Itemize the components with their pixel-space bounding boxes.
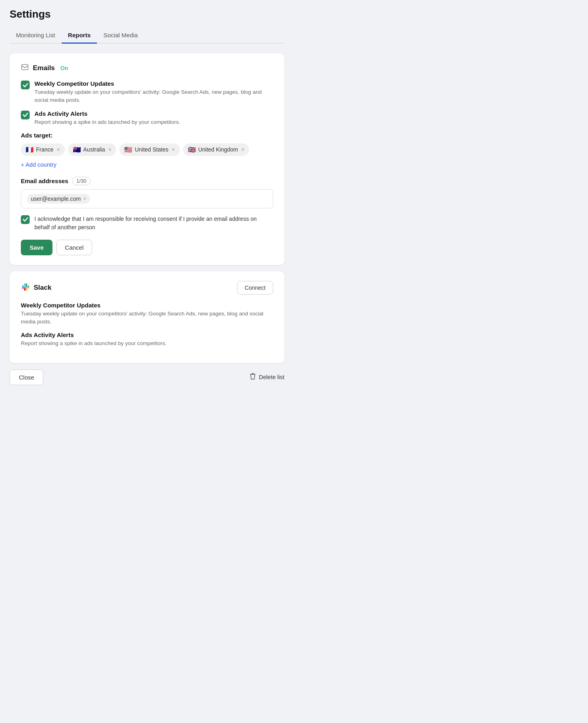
slack-card: Slack Connect Weekly Competitor Updates … bbox=[10, 271, 284, 363]
svg-rect-0 bbox=[22, 65, 28, 70]
email-addresses-header: Email addresses 1/30 bbox=[21, 177, 273, 185]
email-icon bbox=[21, 63, 29, 73]
us-label: United States bbox=[135, 146, 168, 153]
slack-title-group: Slack bbox=[21, 282, 51, 293]
country-tags-list: 🇫🇷 France × 🇦🇺 Australia × 🇺🇸 United Sta… bbox=[21, 143, 273, 156]
cancel-button[interactable]: Cancel bbox=[56, 240, 92, 255]
close-button[interactable]: Close bbox=[10, 370, 43, 385]
country-tag-australia: 🇦🇺 Australia × bbox=[68, 143, 117, 156]
action-buttons: Save Cancel bbox=[21, 240, 273, 255]
weekly-update-label: Weekly Competitor Updates Tuesday weekly… bbox=[34, 80, 273, 105]
remove-us-button[interactable]: × bbox=[171, 147, 175, 152]
slack-icon bbox=[21, 282, 30, 293]
emails-title: Emails bbox=[33, 64, 55, 72]
emails-section-header: Emails On bbox=[21, 63, 273, 73]
consent-checkbox[interactable] bbox=[21, 215, 30, 224]
delete-list-label: Delete list bbox=[259, 374, 284, 380]
email-addresses-label: Email addresses bbox=[21, 178, 68, 184]
emails-status: On bbox=[60, 65, 68, 71]
consent-row: I acknowledge that I am responsible for … bbox=[21, 215, 273, 232]
emails-card: Emails On Weekly Competitor Updates Tues… bbox=[10, 53, 284, 265]
page-title: Settings bbox=[10, 8, 284, 20]
country-tag-france: 🇫🇷 France × bbox=[21, 143, 65, 156]
save-button[interactable]: Save bbox=[21, 240, 52, 255]
country-tag-united-states: 🇺🇸 United States × bbox=[119, 143, 179, 156]
tabs-nav: Monitoring List Reports Social Media bbox=[10, 28, 284, 44]
email-tag-value: user@example.com bbox=[31, 196, 81, 202]
email-tag-user: user@example.com × bbox=[27, 194, 90, 204]
tab-monitoring-list[interactable]: Monitoring List bbox=[10, 28, 62, 44]
consent-text: I acknowledge that I am responsible for … bbox=[34, 215, 273, 232]
slack-header: Slack Connect bbox=[21, 281, 273, 295]
us-flag: 🇺🇸 bbox=[124, 146, 132, 153]
slack-ads-alerts: Ads Activity Alerts Report showing a spi… bbox=[21, 331, 273, 347]
slack-title: Slack bbox=[34, 284, 51, 292]
tab-social-media[interactable]: Social Media bbox=[97, 28, 144, 44]
remove-uk-button[interactable]: × bbox=[241, 147, 244, 152]
australia-flag: 🇦🇺 bbox=[73, 146, 81, 153]
country-tag-united-kingdom: 🇬🇧 United Kingdom × bbox=[183, 143, 250, 156]
tab-reports[interactable]: Reports bbox=[62, 28, 97, 44]
email-count-badge: 1/30 bbox=[72, 177, 90, 185]
slack-weekly-update: Weekly Competitor Updates Tuesday weekly… bbox=[21, 302, 273, 326]
remove-australia-button[interactable]: × bbox=[108, 147, 111, 152]
uk-label: United Kingdom bbox=[198, 146, 238, 153]
email-input-box[interactable]: user@example.com × bbox=[21, 189, 273, 208]
remove-email-button[interactable]: × bbox=[83, 196, 87, 202]
slack-connect-button[interactable]: Connect bbox=[237, 281, 273, 295]
add-country-button[interactable]: + Add country bbox=[21, 161, 56, 169]
ads-target-label: Ads target: bbox=[21, 132, 273, 139]
australia-label: Australia bbox=[83, 146, 105, 153]
trash-icon bbox=[250, 373, 256, 382]
ads-alerts-row: Ads Activity Alerts Report showing a spi… bbox=[21, 110, 273, 126]
weekly-update-row: Weekly Competitor Updates Tuesday weekly… bbox=[21, 80, 273, 105]
ads-alerts-label: Ads Activity Alerts Report showing a spi… bbox=[34, 110, 180, 126]
footer: Close Delete list bbox=[10, 370, 284, 385]
uk-flag: 🇬🇧 bbox=[188, 146, 196, 153]
weekly-update-checkbox[interactable] bbox=[21, 81, 30, 89]
delete-list-button[interactable]: Delete list bbox=[250, 373, 284, 382]
remove-france-button[interactable]: × bbox=[57, 147, 60, 152]
france-flag: 🇫🇷 bbox=[26, 146, 34, 153]
ads-alerts-checkbox[interactable] bbox=[21, 111, 30, 119]
france-label: France bbox=[36, 146, 54, 153]
